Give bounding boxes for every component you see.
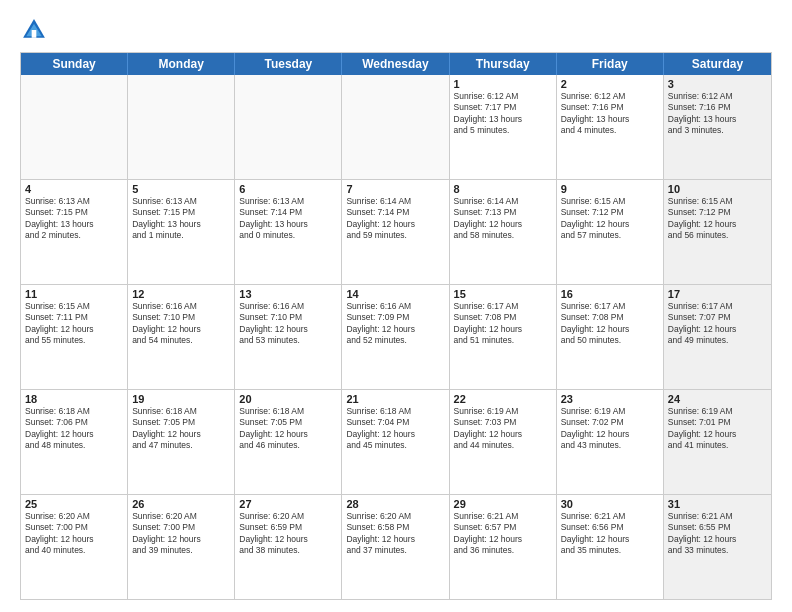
day-number: 16 [561,288,659,300]
day-cell-30: 30Sunrise: 6:21 AM Sunset: 6:56 PM Dayli… [557,495,664,599]
calendar-row-3: 18Sunrise: 6:18 AM Sunset: 7:06 PM Dayli… [21,390,771,495]
day-cell-15: 15Sunrise: 6:17 AM Sunset: 7:08 PM Dayli… [450,285,557,389]
day-cell-20: 20Sunrise: 6:18 AM Sunset: 7:05 PM Dayli… [235,390,342,494]
day-cell-5: 5Sunrise: 6:13 AM Sunset: 7:15 PM Daylig… [128,180,235,284]
calendar-body: 1Sunrise: 6:12 AM Sunset: 7:17 PM Daylig… [21,75,771,599]
cell-text: Sunrise: 6:20 AM Sunset: 6:58 PM Dayligh… [346,511,444,557]
day-number: 14 [346,288,444,300]
day-number: 26 [132,498,230,510]
cell-text: Sunrise: 6:18 AM Sunset: 7:05 PM Dayligh… [132,406,230,452]
header-cell-thursday: Thursday [450,53,557,75]
day-cell-22: 22Sunrise: 6:19 AM Sunset: 7:03 PM Dayli… [450,390,557,494]
header-cell-friday: Friday [557,53,664,75]
cell-text: Sunrise: 6:20 AM Sunset: 6:59 PM Dayligh… [239,511,337,557]
day-number: 30 [561,498,659,510]
day-cell-16: 16Sunrise: 6:17 AM Sunset: 7:08 PM Dayli… [557,285,664,389]
cell-text: Sunrise: 6:20 AM Sunset: 7:00 PM Dayligh… [132,511,230,557]
cell-text: Sunrise: 6:19 AM Sunset: 7:03 PM Dayligh… [454,406,552,452]
empty-cell [342,75,449,179]
cell-text: Sunrise: 6:14 AM Sunset: 7:13 PM Dayligh… [454,196,552,242]
day-cell-23: 23Sunrise: 6:19 AM Sunset: 7:02 PM Dayli… [557,390,664,494]
day-cell-21: 21Sunrise: 6:18 AM Sunset: 7:04 PM Dayli… [342,390,449,494]
day-number: 4 [25,183,123,195]
logo [20,16,52,44]
cell-text: Sunrise: 6:17 AM Sunset: 7:08 PM Dayligh… [561,301,659,347]
cell-text: Sunrise: 6:15 AM Sunset: 7:11 PM Dayligh… [25,301,123,347]
calendar-row-4: 25Sunrise: 6:20 AM Sunset: 7:00 PM Dayli… [21,495,771,599]
day-number: 20 [239,393,337,405]
day-cell-24: 24Sunrise: 6:19 AM Sunset: 7:01 PM Dayli… [664,390,771,494]
day-number: 19 [132,393,230,405]
day-cell-18: 18Sunrise: 6:18 AM Sunset: 7:06 PM Dayli… [21,390,128,494]
calendar: SundayMondayTuesdayWednesdayThursdayFrid… [20,52,772,600]
cell-text: Sunrise: 6:15 AM Sunset: 7:12 PM Dayligh… [668,196,767,242]
day-number: 1 [454,78,552,90]
cell-text: Sunrise: 6:16 AM Sunset: 7:10 PM Dayligh… [132,301,230,347]
cell-text: Sunrise: 6:21 AM Sunset: 6:55 PM Dayligh… [668,511,767,557]
day-number: 24 [668,393,767,405]
day-number: 5 [132,183,230,195]
day-cell-14: 14Sunrise: 6:16 AM Sunset: 7:09 PM Dayli… [342,285,449,389]
day-number: 25 [25,498,123,510]
cell-text: Sunrise: 6:17 AM Sunset: 7:08 PM Dayligh… [454,301,552,347]
cell-text: Sunrise: 6:13 AM Sunset: 7:14 PM Dayligh… [239,196,337,242]
day-cell-26: 26Sunrise: 6:20 AM Sunset: 7:00 PM Dayli… [128,495,235,599]
svg-rect-2 [32,30,37,38]
header-cell-wednesday: Wednesday [342,53,449,75]
day-cell-27: 27Sunrise: 6:20 AM Sunset: 6:59 PM Dayli… [235,495,342,599]
day-cell-4: 4Sunrise: 6:13 AM Sunset: 7:15 PM Daylig… [21,180,128,284]
day-cell-8: 8Sunrise: 6:14 AM Sunset: 7:13 PM Daylig… [450,180,557,284]
day-number: 6 [239,183,337,195]
empty-cell [235,75,342,179]
header-cell-tuesday: Tuesday [235,53,342,75]
day-cell-3: 3Sunrise: 6:12 AM Sunset: 7:16 PM Daylig… [664,75,771,179]
day-cell-28: 28Sunrise: 6:20 AM Sunset: 6:58 PM Dayli… [342,495,449,599]
day-cell-19: 19Sunrise: 6:18 AM Sunset: 7:05 PM Dayli… [128,390,235,494]
cell-text: Sunrise: 6:19 AM Sunset: 7:01 PM Dayligh… [668,406,767,452]
day-number: 2 [561,78,659,90]
day-cell-6: 6Sunrise: 6:13 AM Sunset: 7:14 PM Daylig… [235,180,342,284]
day-number: 27 [239,498,337,510]
day-number: 22 [454,393,552,405]
cell-text: Sunrise: 6:12 AM Sunset: 7:16 PM Dayligh… [668,91,767,137]
day-cell-17: 17Sunrise: 6:17 AM Sunset: 7:07 PM Dayli… [664,285,771,389]
day-number: 28 [346,498,444,510]
calendar-row-2: 11Sunrise: 6:15 AM Sunset: 7:11 PM Dayli… [21,285,771,390]
cell-text: Sunrise: 6:18 AM Sunset: 7:06 PM Dayligh… [25,406,123,452]
cell-text: Sunrise: 6:19 AM Sunset: 7:02 PM Dayligh… [561,406,659,452]
day-number: 10 [668,183,767,195]
day-cell-13: 13Sunrise: 6:16 AM Sunset: 7:10 PM Dayli… [235,285,342,389]
day-cell-12: 12Sunrise: 6:16 AM Sunset: 7:10 PM Dayli… [128,285,235,389]
header-cell-sunday: Sunday [21,53,128,75]
day-cell-29: 29Sunrise: 6:21 AM Sunset: 6:57 PM Dayli… [450,495,557,599]
empty-cell [21,75,128,179]
cell-text: Sunrise: 6:21 AM Sunset: 6:57 PM Dayligh… [454,511,552,557]
day-number: 23 [561,393,659,405]
calendar-row-0: 1Sunrise: 6:12 AM Sunset: 7:17 PM Daylig… [21,75,771,180]
cell-text: Sunrise: 6:16 AM Sunset: 7:09 PM Dayligh… [346,301,444,347]
day-cell-11: 11Sunrise: 6:15 AM Sunset: 7:11 PM Dayli… [21,285,128,389]
day-number: 21 [346,393,444,405]
cell-text: Sunrise: 6:13 AM Sunset: 7:15 PM Dayligh… [132,196,230,242]
day-number: 9 [561,183,659,195]
cell-text: Sunrise: 6:15 AM Sunset: 7:12 PM Dayligh… [561,196,659,242]
header-cell-saturday: Saturday [664,53,771,75]
cell-text: Sunrise: 6:12 AM Sunset: 7:17 PM Dayligh… [454,91,552,137]
day-cell-7: 7Sunrise: 6:14 AM Sunset: 7:14 PM Daylig… [342,180,449,284]
logo-icon [20,16,48,44]
day-number: 18 [25,393,123,405]
cell-text: Sunrise: 6:17 AM Sunset: 7:07 PM Dayligh… [668,301,767,347]
day-number: 12 [132,288,230,300]
day-cell-31: 31Sunrise: 6:21 AM Sunset: 6:55 PM Dayli… [664,495,771,599]
day-number: 31 [668,498,767,510]
cell-text: Sunrise: 6:21 AM Sunset: 6:56 PM Dayligh… [561,511,659,557]
day-number: 13 [239,288,337,300]
day-cell-25: 25Sunrise: 6:20 AM Sunset: 7:00 PM Dayli… [21,495,128,599]
cell-text: Sunrise: 6:16 AM Sunset: 7:10 PM Dayligh… [239,301,337,347]
cell-text: Sunrise: 6:14 AM Sunset: 7:14 PM Dayligh… [346,196,444,242]
day-cell-10: 10Sunrise: 6:15 AM Sunset: 7:12 PM Dayli… [664,180,771,284]
cell-text: Sunrise: 6:12 AM Sunset: 7:16 PM Dayligh… [561,91,659,137]
day-number: 17 [668,288,767,300]
calendar-row-1: 4Sunrise: 6:13 AM Sunset: 7:15 PM Daylig… [21,180,771,285]
cell-text: Sunrise: 6:13 AM Sunset: 7:15 PM Dayligh… [25,196,123,242]
